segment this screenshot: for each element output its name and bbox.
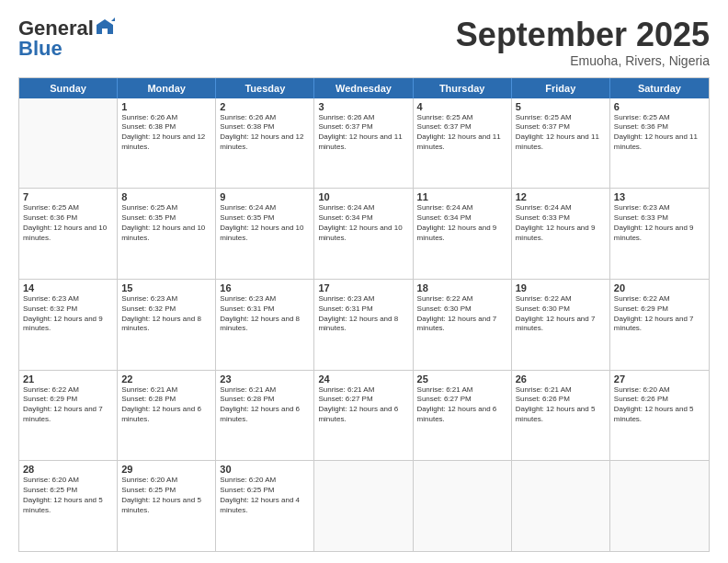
calendar-cell-0-0	[19, 98, 118, 189]
calendar-row-1: 7Sunrise: 6:25 AMSunset: 6:36 PMDaylight…	[19, 189, 709, 280]
day-info: Sunrise: 6:23 AMSunset: 6:32 PMDaylight:…	[23, 294, 113, 334]
calendar-row-3: 21Sunrise: 6:22 AMSunset: 6:29 PMDayligh…	[19, 371, 709, 462]
calendar-cell-1-6: 13Sunrise: 6:23 AMSunset: 6:33 PMDayligh…	[610, 189, 709, 279]
calendar-cell-3-2: 23Sunrise: 6:21 AMSunset: 6:28 PMDayligh…	[216, 371, 314, 461]
calendar-cell-2-5: 19Sunrise: 6:22 AMSunset: 6:30 PMDayligh…	[512, 280, 610, 370]
calendar-cell-4-0: 28Sunrise: 6:20 AMSunset: 6:25 PMDayligh…	[19, 461, 118, 551]
day-info: Sunrise: 6:26 AMSunset: 6:38 PMDaylight:…	[220, 113, 310, 153]
day-number: 2	[220, 101, 310, 112]
calendar-cell-2-3: 17Sunrise: 6:23 AMSunset: 6:31 PMDayligh…	[314, 280, 413, 370]
calendar-cell-1-5: 12Sunrise: 6:24 AMSunset: 6:33 PMDayligh…	[512, 189, 610, 279]
calendar-cell-0-3: 3Sunrise: 6:26 AMSunset: 6:37 PMDaylight…	[314, 98, 413, 189]
calendar-cell-4-1: 29Sunrise: 6:20 AMSunset: 6:25 PMDayligh…	[118, 461, 216, 551]
day-info: Sunrise: 6:25 AMSunset: 6:36 PMDaylight:…	[614, 113, 705, 153]
day-number: 3	[318, 101, 408, 112]
day-info: Sunrise: 6:23 AMSunset: 6:31 PMDaylight:…	[220, 294, 310, 334]
calendar-row-4: 28Sunrise: 6:20 AMSunset: 6:25 PMDayligh…	[19, 461, 709, 551]
day-info: Sunrise: 6:21 AMSunset: 6:26 PMDaylight:…	[516, 385, 606, 425]
title-block: September 2025 Emuoha, Rivers, Nigeria	[456, 17, 710, 68]
day-number: 1	[121, 101, 211, 112]
calendar-cell-1-3: 10Sunrise: 6:24 AMSunset: 6:34 PMDayligh…	[314, 189, 413, 279]
calendar-body: 1Sunrise: 6:26 AMSunset: 6:38 PMDaylight…	[19, 98, 709, 551]
calendar-row-0: 1Sunrise: 6:26 AMSunset: 6:38 PMDaylight…	[19, 98, 709, 190]
day-info: Sunrise: 6:21 AMSunset: 6:27 PMDaylight:…	[318, 385, 408, 425]
day-info: Sunrise: 6:21 AMSunset: 6:28 PMDaylight:…	[121, 385, 211, 425]
day-info: Sunrise: 6:23 AMSunset: 6:32 PMDaylight:…	[121, 294, 211, 334]
day-number: 17	[318, 282, 408, 293]
logo: General Blue	[18, 17, 115, 61]
calendar-cell-3-1: 22Sunrise: 6:21 AMSunset: 6:28 PMDayligh…	[118, 371, 216, 461]
calendar-header: SundayMondayTuesdayWednesdayThursdayFrid…	[19, 78, 709, 98]
day-number: 14	[23, 282, 113, 293]
calendar-cell-1-2: 9Sunrise: 6:24 AMSunset: 6:35 PMDaylight…	[216, 189, 314, 279]
header-day-tuesday: Tuesday	[216, 78, 314, 98]
day-number: 23	[220, 373, 310, 385]
day-info: Sunrise: 6:25 AMSunset: 6:37 PMDaylight:…	[516, 113, 606, 153]
header-day-saturday: Saturday	[610, 78, 709, 98]
day-number: 25	[417, 373, 507, 385]
header-day-friday: Friday	[512, 78, 610, 98]
calendar-cell-2-1: 15Sunrise: 6:23 AMSunset: 6:32 PMDayligh…	[118, 280, 216, 370]
day-info: Sunrise: 6:24 AMSunset: 6:34 PMDaylight:…	[417, 203, 507, 243]
day-info: Sunrise: 6:25 AMSunset: 6:36 PMDaylight:…	[23, 203, 113, 243]
calendar-cell-3-3: 24Sunrise: 6:21 AMSunset: 6:27 PMDayligh…	[314, 371, 413, 461]
calendar-cell-3-4: 25Sunrise: 6:21 AMSunset: 6:27 PMDayligh…	[414, 371, 512, 461]
calendar-cell-4-3	[314, 461, 413, 551]
day-info: Sunrise: 6:22 AMSunset: 6:30 PMDaylight:…	[417, 294, 507, 334]
day-info: Sunrise: 6:20 AMSunset: 6:25 PMDaylight:…	[23, 476, 113, 515]
calendar-cell-4-4	[414, 461, 512, 551]
logo-blue: Blue	[18, 37, 63, 61]
day-info: Sunrise: 6:22 AMSunset: 6:30 PMDaylight:…	[516, 294, 606, 334]
calendar-cell-2-6: 20Sunrise: 6:22 AMSunset: 6:29 PMDayligh…	[610, 280, 709, 370]
day-number: 19	[516, 282, 606, 293]
day-number: 27	[614, 373, 705, 385]
day-info: Sunrise: 6:25 AMSunset: 6:35 PMDaylight:…	[121, 203, 211, 243]
day-info: Sunrise: 6:24 AMSunset: 6:35 PMDaylight:…	[220, 203, 310, 243]
calendar-cell-4-6	[610, 461, 709, 551]
header-day-thursday: Thursday	[414, 78, 512, 98]
day-number: 18	[417, 282, 507, 293]
day-info: Sunrise: 6:23 AMSunset: 6:33 PMDaylight:…	[614, 203, 705, 243]
subtitle: Emuoha, Rivers, Nigeria	[456, 53, 710, 68]
day-number: 26	[516, 373, 606, 385]
calendar-cell-3-0: 21Sunrise: 6:22 AMSunset: 6:29 PMDayligh…	[19, 371, 118, 461]
calendar-cell-0-4: 4Sunrise: 6:25 AMSunset: 6:37 PMDaylight…	[414, 98, 512, 189]
calendar-cell-1-1: 8Sunrise: 6:25 AMSunset: 6:35 PMDaylight…	[118, 189, 216, 279]
calendar-cell-0-6: 6Sunrise: 6:25 AMSunset: 6:36 PMDaylight…	[610, 98, 709, 189]
day-number: 11	[417, 191, 507, 202]
month-title: September 2025	[456, 17, 710, 53]
day-number: 29	[121, 464, 211, 475]
page: General Blue September 2025 Emuoha, Rive…	[0, 0, 728, 563]
day-info: Sunrise: 6:21 AMSunset: 6:27 PMDaylight:…	[417, 385, 507, 425]
day-info: Sunrise: 6:20 AMSunset: 6:26 PMDaylight:…	[614, 385, 705, 425]
calendar-cell-2-4: 18Sunrise: 6:22 AMSunset: 6:30 PMDayligh…	[414, 280, 512, 370]
day-number: 21	[23, 373, 113, 385]
header-day-sunday: Sunday	[19, 78, 118, 98]
calendar-cell-4-5	[512, 461, 610, 551]
day-info: Sunrise: 6:26 AMSunset: 6:38 PMDaylight:…	[121, 113, 211, 153]
day-number: 6	[614, 101, 705, 112]
day-number: 5	[516, 101, 606, 112]
day-number: 16	[220, 282, 310, 293]
calendar-cell-1-0: 7Sunrise: 6:25 AMSunset: 6:36 PMDaylight…	[19, 189, 118, 279]
calendar-cell-0-1: 1Sunrise: 6:26 AMSunset: 6:38 PMDaylight…	[118, 98, 216, 189]
calendar-cell-2-0: 14Sunrise: 6:23 AMSunset: 6:32 PMDayligh…	[19, 280, 118, 370]
day-info: Sunrise: 6:25 AMSunset: 6:37 PMDaylight:…	[417, 113, 507, 153]
day-info: Sunrise: 6:23 AMSunset: 6:31 PMDaylight:…	[318, 294, 408, 334]
calendar-cell-0-5: 5Sunrise: 6:25 AMSunset: 6:37 PMDaylight…	[512, 98, 610, 189]
calendar-cell-0-2: 2Sunrise: 6:26 AMSunset: 6:38 PMDaylight…	[216, 98, 314, 189]
calendar: SundayMondayTuesdayWednesdayThursdayFrid…	[18, 77, 710, 552]
day-number: 12	[516, 191, 606, 202]
day-info: Sunrise: 6:24 AMSunset: 6:34 PMDaylight:…	[318, 203, 408, 243]
calendar-cell-2-2: 16Sunrise: 6:23 AMSunset: 6:31 PMDayligh…	[216, 280, 314, 370]
day-info: Sunrise: 6:21 AMSunset: 6:28 PMDaylight:…	[220, 385, 310, 425]
day-info: Sunrise: 6:22 AMSunset: 6:29 PMDaylight:…	[23, 385, 113, 425]
day-number: 20	[614, 282, 705, 293]
day-info: Sunrise: 6:24 AMSunset: 6:33 PMDaylight:…	[516, 203, 606, 243]
day-number: 28	[23, 464, 113, 475]
calendar-cell-3-6: 27Sunrise: 6:20 AMSunset: 6:26 PMDayligh…	[610, 371, 709, 461]
calendar-cell-1-4: 11Sunrise: 6:24 AMSunset: 6:34 PMDayligh…	[414, 189, 512, 279]
calendar-cell-3-5: 26Sunrise: 6:21 AMSunset: 6:26 PMDayligh…	[512, 371, 610, 461]
day-number: 24	[318, 373, 408, 385]
day-number: 10	[318, 191, 408, 202]
